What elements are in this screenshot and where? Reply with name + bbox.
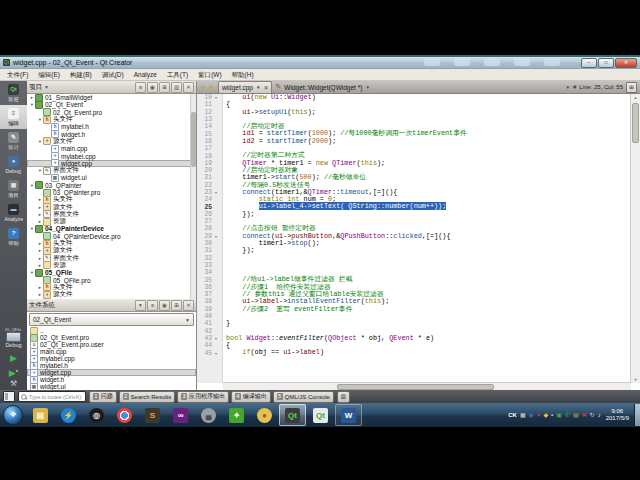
debug-run-button[interactable]: ▶● [9,365,18,378]
sync-tray-icon[interactable]: ↻ [590,411,595,419]
taskbar-item-qt-creator[interactable]: Qt [279,404,306,426]
chat-icon[interactable]: ▪ [551,411,553,419]
alert-icon[interactable]: ✖ [582,411,587,419]
file-list-item[interactable]: .. [27,327,196,334]
volume-icon[interactable]: ♪ [598,411,601,419]
taskbar-item-chrome[interactable] [111,404,138,426]
scrollbar-thumb[interactable] [632,103,639,143]
pane-tool-icon[interactable]: ▾ [135,300,146,311]
pane-tool-icon[interactable]: ◉ [159,300,170,311]
code-line[interactable] [223,313,631,320]
tree-item[interactable]: ▸资源 [27,218,196,225]
taskbar-item-fiddler[interactable]: ▄ [195,404,222,426]
output-pane-button-1[interactable]: 1问题 [89,391,117,403]
taskbar-item-qt-assistant[interactable]: Qt [307,404,334,426]
start-button[interactable]: ❖ [3,405,23,425]
output-pane-button-4[interactable]: 4编译输出 [231,391,271,403]
taskbar-item-unity[interactable]: ◎ [83,404,110,426]
code-line[interactable] [223,262,631,269]
tree-item[interactable]: ▾03_QPainter [27,182,196,189]
fold-marker-icon[interactable]: ▾ [212,234,220,239]
vertical-scrollbar[interactable]: ▲ ▼ [630,94,640,383]
taskbar-item-evernote[interactable]: ✦ [223,404,250,426]
taskbar-item-thunder[interactable]: ⚡ [55,404,82,426]
pane-tool-icon[interactable]: ✕ [183,300,194,311]
sync-icon[interactable]: ◉ [147,82,158,93]
tree-item[interactable]: ▾02_Qt_Event [27,101,196,108]
title-bar[interactable]: Qt widget.cpp - 02_Qt_Event - Qt Creator… [0,57,640,69]
build-button[interactable]: ⚒ [10,378,17,390]
file-list-item[interactable]: hmylabel.h [27,362,196,369]
file-list-item[interactable]: ▦widget.ui [27,383,196,390]
code-line[interactable]: id2 = startTimer(2000); [223,138,631,145]
scroll-down-icon[interactable]: ▼ [631,376,640,383]
chevron-down-icon[interactable]: ▼ [44,84,49,90]
close-icon[interactable]: ✕ [183,82,194,93]
tree-item[interactable]: ▸01_SmallWidget [27,94,196,101]
fold-marker-icon[interactable]: ▾ [212,190,220,195]
menu-edit[interactable]: 编辑(E) [33,70,65,80]
taskbar-item-explorer[interactable]: ▤ [27,404,54,426]
pane-tool-icon[interactable]: ≡ [147,300,158,311]
tree-item[interactable]: ▾05_QFile [27,269,196,276]
split-icon[interactable]: ▥ [171,82,182,93]
taskbar-item-sublime-text[interactable]: S [139,404,166,426]
taskbar-clock[interactable]: 9:062017/5/9 [606,408,629,422]
chevron-down-icon[interactable]: ▼ [565,85,569,90]
code-line[interactable]: //步骤2 重写 eventFilter事件 [223,306,631,313]
code-line[interactable]: ui(new Ui::Widget) [223,94,631,101]
sidebar-toggle-button[interactable] [3,391,15,402]
console-icon[interactable]: ▥ [337,391,350,403]
ime-indicator[interactable]: CK [508,411,517,419]
tree-item[interactable]: ▸资源 [27,262,196,269]
maximize-button[interactable]: □ [598,58,614,68]
output-pane-button-3[interactable]: 3应用程序输出 [177,391,229,403]
printer-icon[interactable]: ▦ [520,411,526,419]
code-line[interactable]: timer1->stop(); [223,240,631,247]
menu-build[interactable]: 构建(B) [65,70,97,80]
chevron-down-icon[interactable]: ▼ [256,85,260,90]
taskbar-item-visual-studio[interactable]: ∞ [167,404,194,426]
pane-tool-icon[interactable]: ⊞ [171,300,182,311]
tree-item[interactable]: ▸+源文件 [27,291,196,298]
code-line[interactable]: ui->label_4->setText( QString::number(nu… [223,203,631,210]
split-editor-icon[interactable]: ⊞ [626,82,637,93]
tree-item[interactable]: ▦widget.ui [27,174,196,181]
phone-icon[interactable]: ✆ [565,411,570,419]
mode-welcome[interactable]: Qt欢迎 [0,81,27,105]
tree-item[interactable]: ▾04_QPainterDevice [27,225,196,232]
mode-design[interactable]: ✎设计 [0,129,27,153]
fold-marker-icon[interactable]: ▾ [212,336,220,341]
menu-window[interactable]: 窗口(W) [193,70,226,80]
mode-analyze[interactable]: ▬Analyze [0,201,27,225]
status-red-icon[interactable]: ● [537,411,541,419]
code-text[interactable]: ui(new Ui::Widget){ ui->setupUi(this); /… [223,94,631,383]
menu-tools[interactable]: 工具(T) [162,70,193,80]
file-list-item[interactable]: +mylabel.cpp [27,355,196,362]
security-icon[interactable]: ▣ [556,411,562,419]
minimize-button[interactable]: – [581,58,597,68]
target-selector[interactable]: Debug [0,332,27,352]
code-line[interactable]: }); [223,211,631,218]
update-icon[interactable]: ◉ [529,411,534,419]
close-button[interactable]: ✕ [615,58,637,68]
mode-edit[interactable]: ≡编辑 [0,105,27,129]
tree-scrollbar[interactable] [190,94,196,299]
code-line[interactable]: } [223,320,631,327]
mode-help[interactable]: ?帮助 [0,225,27,249]
close-icon[interactable]: ✕ [263,84,268,91]
fold-marker-icon[interactable]: ▾ [212,351,220,356]
drive-icon[interactable]: ▤ [573,411,579,419]
horizontal-scrollbar[interactable] [223,382,631,390]
taskbar-item-pet-app[interactable]: ● [251,404,278,426]
locator-input[interactable]: Type to locate (Ctrl+K) [18,391,86,402]
file-list-item[interactable]: +widget.cpp [27,369,196,376]
file-list-item[interactable]: 02_Qt_Event.pro [27,334,196,341]
show-desktop-button[interactable] [634,404,640,426]
output-pane-button-5[interactable]: 5QML/JS Console [273,391,334,403]
chevron-down-icon[interactable]: ▼ [365,85,369,90]
filesystem-folder-select[interactable]: 02_Qt_Event ▼ [29,313,194,326]
menu-help[interactable]: 帮助(H) [227,70,259,80]
back-icon[interactable]: ◄ [200,84,206,90]
code-line[interactable] [223,255,631,262]
